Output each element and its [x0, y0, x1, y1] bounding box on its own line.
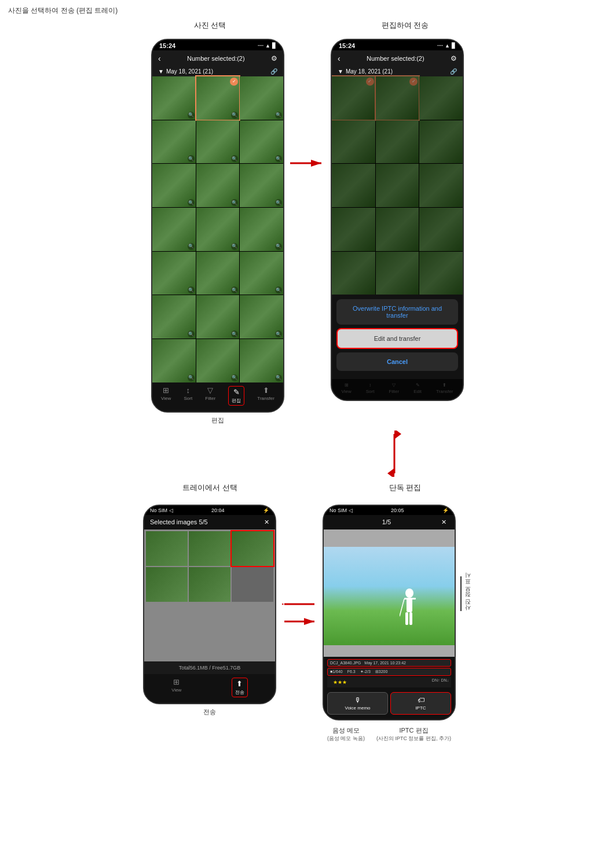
- link-icon[interactable]: 🔗: [450, 68, 457, 75]
- gear-icon[interactable]: ⚙: [451, 54, 457, 62]
- photo-cell[interactable]: 🔍: [152, 76, 196, 120]
- tray-cell-selected[interactable]: [232, 531, 273, 566]
- page-title: 사진을 선택하여 전송 (편집 트레이): [0, 0, 615, 18]
- link-icon[interactable]: 🔗: [270, 68, 277, 75]
- photo-cell[interactable]: 🔍: [240, 164, 283, 207]
- photo-cell[interactable]: [419, 76, 463, 120]
- zoom-icon: 🔍: [188, 374, 195, 381]
- tray-cell[interactable]: [189, 567, 230, 602]
- right-photo-grid: [332, 76, 463, 295]
- photo-cell[interactable]: [419, 208, 463, 251]
- iptc-sub: (사진의 IPTC 정보를 편집, 추가): [376, 735, 451, 742]
- photo-cell[interactable]: 🔍: [240, 252, 283, 295]
- svg-point-9: [405, 589, 413, 598]
- close-icon[interactable]: ✕: [264, 518, 269, 526]
- photo-cell[interactable]: [376, 208, 419, 251]
- photo-cell-selected[interactable]: [376, 76, 419, 120]
- toolbar-view[interactable]: ⊞ View: [171, 678, 181, 697]
- photo-cell[interactable]: [376, 252, 419, 295]
- cancel-button[interactable]: Cancel: [336, 352, 458, 371]
- photo-cell[interactable]: [332, 208, 375, 251]
- photo-cell[interactable]: 🔍: [196, 164, 240, 207]
- voice-memo-sub: (음성 메모 녹음): [327, 735, 365, 742]
- photo-cell[interactable]: 🔍: [152, 120, 196, 164]
- toolbar-edit: ✎Edit: [413, 382, 422, 394]
- edit-bottom-gray: [324, 645, 455, 657]
- photo-cell[interactable]: 🔍: [240, 295, 283, 339]
- svg-line-14: [400, 599, 404, 616]
- toolbar-view[interactable]: ⊞ View: [161, 386, 171, 406]
- edit-icon: ✎: [233, 388, 240, 396]
- toolbar-filter[interactable]: ▽ Filter: [205, 386, 215, 406]
- photo-cell[interactable]: [376, 120, 419, 164]
- photo-cell[interactable]: 🔍: [152, 252, 196, 295]
- zoom-icon: 🔍: [188, 286, 195, 293]
- edit-and-transfer-button[interactable]: Edit and transfer: [336, 328, 458, 349]
- info-bar: DCJ_A3840.JPG May 17, 2021 10:23:42 ■1/6…: [324, 657, 455, 690]
- photo-cell[interactable]: 🔍: [196, 295, 240, 339]
- back-button[interactable]: ‹: [338, 54, 341, 63]
- photo-cell[interactable]: 🔍: [196, 208, 240, 251]
- toolbar-edit[interactable]: ✎ 편집: [228, 386, 244, 406]
- photo-cell[interactable]: 🔍: [152, 164, 196, 207]
- left-photo-grid: 🔍 🔍 🔍 🔍 🔍 🔍 🔍 🔍 🔍 🔍 🔍 🔍: [152, 76, 283, 382]
- transfer-icon: ⬆: [236, 679, 243, 688]
- tray-cell[interactable]: [189, 531, 230, 566]
- transfer-icon: ⬆: [263, 386, 269, 395]
- photo-info-label: 사진 정보 표시: [464, 576, 472, 615]
- photo-cell[interactable]: 🔍: [152, 295, 196, 339]
- svg-rect-10: [407, 598, 412, 612]
- photo-cell-selected[interactable]: [332, 76, 375, 120]
- back-button[interactable]: ‹: [158, 54, 161, 63]
- overwrite-iptc-button[interactable]: Overwrite IPTC information and transfer: [336, 299, 458, 325]
- photo-cell[interactable]: [332, 120, 375, 164]
- tray-toolbar: ⊞ View ⬆ 전송: [144, 674, 275, 703]
- edit-top-gray: [324, 529, 455, 547]
- photo-cell[interactable]: 🔍: [240, 339, 283, 382]
- svg-rect-12: [409, 612, 412, 625]
- iptc-button[interactable]: 🏷 IPTC: [390, 692, 451, 715]
- action-sheet: Overwrite IPTC information and transfer …: [332, 295, 463, 379]
- tray-cell[interactable]: [146, 567, 188, 602]
- right-phone-header: ‹ Number selected:(2) ⚙: [332, 50, 463, 67]
- svg-rect-11: [405, 612, 408, 625]
- photo-cell[interactable]: 🔍: [196, 339, 240, 382]
- zoom-icon: 🔍: [188, 243, 195, 250]
- gear-icon[interactable]: ⚙: [271, 54, 277, 62]
- photo-cell[interactable]: [376, 164, 419, 207]
- voice-memo-button[interactable]: 🎙 Voice memo: [327, 692, 388, 715]
- photo-cell[interactable]: [419, 164, 463, 207]
- photo-cell[interactable]: [419, 252, 463, 295]
- filter-icon: ▽: [207, 386, 213, 395]
- photo-cell[interactable]: 🔍: [240, 76, 283, 120]
- photo-cell[interactable]: [332, 252, 375, 295]
- edit-header: 1/5 ✕: [324, 515, 455, 529]
- photo-cell[interactable]: [332, 164, 375, 207]
- photo-cell[interactable]: [419, 120, 463, 164]
- star-rating: ★★★: [330, 678, 350, 686]
- photo-cell-selected[interactable]: 🔍: [196, 76, 240, 120]
- date-row: ▼ May 18, 2021 (21) 🔗: [152, 67, 283, 76]
- photo-cell[interactable]: 🔍: [240, 208, 283, 251]
- tray-cell[interactable]: [146, 531, 188, 566]
- toolbar-transfer[interactable]: ⬆ 전송: [232, 678, 248, 697]
- photo-cell[interactable]: 🔍: [152, 208, 196, 251]
- zoom-icon: 🔍: [231, 330, 238, 337]
- toolbar-transfer[interactable]: ⬆ Transfer: [257, 386, 274, 406]
- zoom-icon: 🔍: [231, 155, 238, 162]
- svg-rect-13: [404, 598, 416, 599]
- vertical-arrow: [386, 431, 403, 477]
- tray-empty-area: [144, 604, 275, 661]
- edit-label-below: 편집: [211, 416, 224, 425]
- zoom-icon: 🔍: [188, 330, 195, 337]
- view-icon: ⊞: [173, 678, 180, 686]
- right-phone-toolbar: ⊞View ↕Sort ▽Filter ✎Edit ⬆Transfer: [332, 379, 463, 400]
- toolbar-sort[interactable]: ↕ Sort: [184, 386, 192, 406]
- close-icon[interactable]: ✕: [441, 518, 446, 526]
- photo-cell[interactable]: 🔍: [196, 120, 240, 164]
- photo-cell[interactable]: 🔍: [240, 120, 283, 164]
- photo-cell[interactable]: 🔍: [196, 252, 240, 295]
- toolbar-view: ⊞View: [342, 382, 352, 394]
- photo-cell[interactable]: 🔍: [152, 339, 196, 382]
- right-arrow: [284, 155, 331, 172]
